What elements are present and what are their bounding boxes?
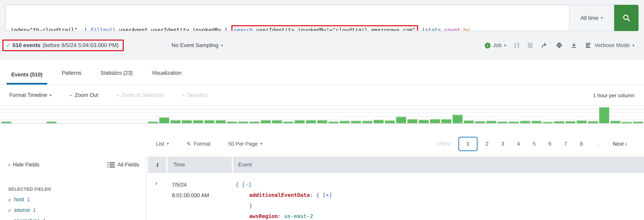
timeline-bar[interactable] xyxy=(295,120,304,123)
timeline-bar[interactable] xyxy=(498,121,508,123)
tab-statistics-23[interactable]: Statistics (23) xyxy=(96,70,138,85)
timeline-bar[interactable] xyxy=(317,120,327,123)
tab-visualization[interactable]: Visualization xyxy=(147,70,186,85)
field-item-source[interactable]: asource1 xyxy=(8,207,138,213)
timeline-bar[interactable] xyxy=(464,120,474,123)
search-mode-dropdown[interactable]: Verbose Mode ▾ xyxy=(586,42,634,48)
format-results-button[interactable]: ✎ Format xyxy=(186,141,210,147)
timeline-bar[interactable] xyxy=(216,120,226,123)
timeline-bar[interactable] xyxy=(46,121,56,123)
tab-patterns[interactable]: Patterns xyxy=(57,70,86,85)
timeline-bar[interactable] xyxy=(486,121,496,123)
timeline-bar[interactable] xyxy=(566,121,575,123)
timeline-bar[interactable] xyxy=(193,120,203,123)
event-sampling-label: No Event Sampling xyxy=(172,42,218,48)
timeline-bar[interactable] xyxy=(272,120,282,123)
timeline-bar[interactable] xyxy=(554,121,564,123)
field-item-sourcetype[interactable]: asourcetype1 xyxy=(8,218,138,220)
print-button[interactable] xyxy=(556,42,562,48)
share-button[interactable] xyxy=(541,42,548,49)
timeline-bar[interactable] xyxy=(452,114,462,123)
pagination-pages: 12345678... xyxy=(458,137,604,151)
per-page-dropdown[interactable]: 50 Per Page ▾ xyxy=(228,141,262,147)
stop-button[interactable] xyxy=(528,43,533,48)
timeline-bar[interactable] xyxy=(250,121,260,123)
zoom-out-button[interactable]: − Zoom Out xyxy=(69,92,98,98)
timeline-bar[interactable] xyxy=(238,121,248,123)
timeline-bar[interactable] xyxy=(385,120,395,123)
export-button[interactable] xyxy=(571,42,577,48)
page-button-1[interactable]: 1 xyxy=(458,137,477,151)
expand-event-chevron-icon[interactable]: › xyxy=(146,179,166,220)
page-button-2[interactable]: 2 xyxy=(481,137,493,150)
field-name: source xyxy=(14,207,30,213)
timeline-bar[interactable] xyxy=(227,121,237,123)
timeline-bar[interactable] xyxy=(430,119,440,123)
timeline-bar[interactable] xyxy=(351,121,361,123)
page-button-7[interactable]: 7 xyxy=(560,137,572,150)
timeline-bar[interactable] xyxy=(261,120,271,123)
json-key[interactable]: awsRegion xyxy=(249,213,278,219)
timeline-histogram[interactable] xyxy=(0,104,644,124)
timeline-bar[interactable] xyxy=(408,119,417,123)
timeline-bar[interactable] xyxy=(520,121,530,123)
field-item-host[interactable]: ahost1 xyxy=(8,197,138,203)
timeline-bar[interactable] xyxy=(170,120,180,123)
timeline-bar[interactable] xyxy=(396,117,406,123)
event-json-cell: { [-]additionalEventData: { [+]}awsRegio… xyxy=(230,179,644,220)
page-button-3[interactable]: 3 xyxy=(496,137,509,150)
timeline-bar[interactable] xyxy=(182,120,192,123)
json-key[interactable]: additionalEventData xyxy=(249,192,310,198)
list-view-dropdown[interactable]: List ▾ xyxy=(156,141,169,147)
timeline-bar[interactable] xyxy=(441,119,451,123)
annotation-box-search-clause: search userIdentity.invokedBy!="cloudtra… xyxy=(232,25,418,31)
next-page-button[interactable]: Next › xyxy=(613,141,627,147)
timeline-bar[interactable] xyxy=(610,121,620,123)
field-name: host xyxy=(14,197,24,203)
timeline-bar[interactable] xyxy=(340,121,350,123)
timeline-bar[interactable] xyxy=(159,117,169,123)
zoom-to-selection-button[interactable]: + Zoom to Selection xyxy=(116,92,164,98)
json-value[interactable]: us-east-2 xyxy=(284,213,313,219)
timeline-bar[interactable] xyxy=(283,121,293,123)
deselect-button[interactable]: × Deselect xyxy=(182,92,208,98)
page-button-5[interactable]: 5 xyxy=(528,137,540,150)
timeline-bar[interactable] xyxy=(1,121,11,123)
search-query-input[interactable]: index="tb-cloudtrail" | fillnull userAge… xyxy=(6,5,570,31)
time-range-picker[interactable]: All time ▾ xyxy=(570,5,614,31)
all-fields-button[interactable]: All Fields xyxy=(110,162,139,168)
timeline-bar[interactable] xyxy=(475,121,485,123)
timeline-bar[interactable] xyxy=(306,120,316,123)
format-timeline-dropdown[interactable]: Format Timeline ▾ xyxy=(9,92,52,98)
tab-events-510[interactable]: Events (510) xyxy=(6,72,47,85)
json-toggle[interactable]: [-] xyxy=(242,181,252,188)
timeline-bar[interactable] xyxy=(599,107,609,123)
timeline-bar[interactable] xyxy=(532,121,542,123)
zoom-to-selection-label: Zoom to Selection xyxy=(121,92,164,98)
timeline-bar[interactable] xyxy=(204,120,214,123)
event-sampling-dropdown[interactable]: No Event Sampling ▾ xyxy=(172,42,223,48)
page-button-4[interactable]: 4 xyxy=(512,137,524,150)
hide-fields-button[interactable]: ‹ Hide Fields xyxy=(8,161,39,168)
timeline-bar[interactable] xyxy=(622,122,632,123)
search-button[interactable] xyxy=(614,5,638,31)
timeline-bar[interactable] xyxy=(543,122,553,123)
pause-button[interactable] xyxy=(514,43,520,48)
job-menu[interactable]: i Job ▾ xyxy=(485,42,506,48)
json-toggle[interactable]: [+] xyxy=(322,192,332,198)
timeline-bar[interactable] xyxy=(633,121,643,123)
timeline-controls: Format Timeline ▾ − Zoom Out + Zoom to S… xyxy=(0,91,644,100)
timeline-bar[interactable] xyxy=(577,120,586,123)
timeline-bar[interactable] xyxy=(509,121,519,123)
timeline-bar[interactable] xyxy=(419,120,429,123)
page-button-8[interactable]: 8 xyxy=(575,137,588,150)
prev-page-button[interactable]: ‹ Prev xyxy=(436,141,450,147)
timeline-bar[interactable] xyxy=(362,121,372,123)
timeline-bar[interactable] xyxy=(148,121,158,123)
page-button-6[interactable]: 6 xyxy=(544,137,556,150)
deselect-label: Deselect xyxy=(187,92,208,98)
timeline-bar[interactable] xyxy=(588,121,598,123)
timeline-bar[interactable] xyxy=(328,121,338,123)
timeline-bar[interactable] xyxy=(374,120,384,123)
json-punct: : xyxy=(278,213,284,219)
